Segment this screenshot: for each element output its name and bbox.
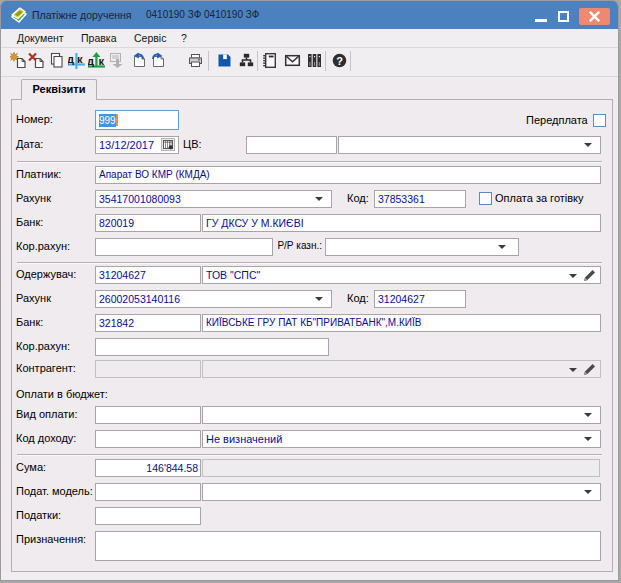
svg-text:к: к — [99, 55, 105, 67]
svg-text:д: д — [88, 55, 94, 67]
svg-text:д: д — [68, 53, 74, 65]
svg-text:к: к — [77, 53, 83, 65]
svg-text:?: ? — [336, 55, 343, 67]
